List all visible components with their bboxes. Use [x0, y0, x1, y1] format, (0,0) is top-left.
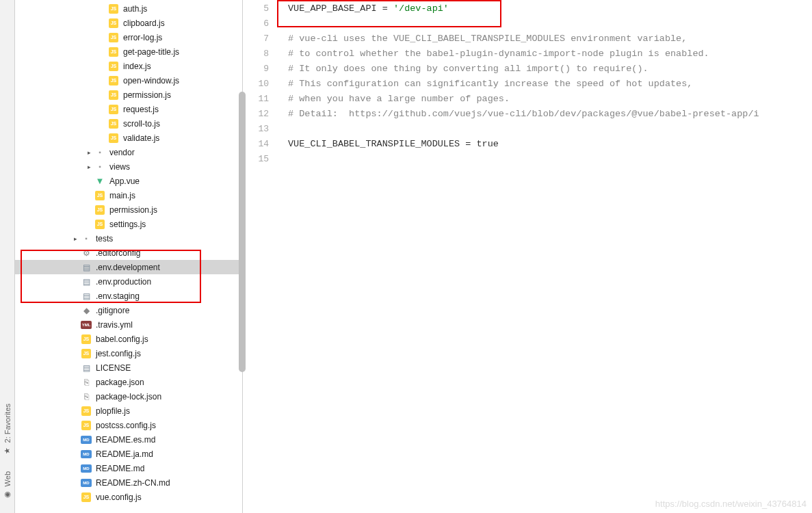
tree-item-label: postcss.config.js	[96, 421, 156, 430]
js-file-icon: JS	[81, 406, 92, 417]
tree-item-label: package.json	[96, 378, 144, 387]
tree-item-label: clipboard.js	[123, 18, 165, 28]
line-number-gutter: 56789101112131415	[243, 0, 278, 513]
js-file-icon: JS	[108, 47, 119, 57]
tree-item[interactable]: ▸JSget-page-title.js	[15, 44, 242, 59]
js-file-icon: JS	[81, 334, 92, 345]
code-line: # This configuration can significantly i…	[288, 77, 812, 92]
js-file-icon: JS	[81, 420, 92, 431]
gitignore-icon: ◆	[81, 305, 92, 316]
expand-arrow-icon[interactable]: ▸	[85, 148, 93, 157]
tree-item-label: validate.js	[123, 133, 159, 143]
tree-item[interactable]: ▸YML.travis.yml	[15, 317, 242, 332]
rail-web-label: Web	[3, 471, 12, 486]
tree-item-label: scroll-to.js	[123, 119, 160, 129]
line-number: 10	[243, 77, 269, 92]
file-tree-sidebar[interactable]: ▸JSauth.js▸JSclipboard.js▸JSerror-log.js…	[15, 0, 243, 513]
rail-favorites[interactable]: ★ 2: Favorites	[3, 404, 12, 454]
js-file-icon: JS	[94, 219, 105, 230]
tree-item[interactable]: ▸JSrequest.js	[15, 102, 242, 116]
tree-item-label: App.vue	[109, 176, 140, 186]
text-file-icon: ▤	[81, 276, 92, 287]
tree-item[interactable]: ▸JSscroll-to.js	[15, 116, 242, 131]
code-area[interactable]: VUE_APP_BASE_API = '/dev-api' # vue-cli …	[278, 0, 812, 513]
code-editor[interactable]: 56789101112131415 VUE_APP_BASE_API = '/d…	[243, 0, 812, 513]
tree-item[interactable]: ▸⚙.editorconfig	[15, 246, 242, 260]
globe-icon: ◉	[3, 489, 12, 498]
tree-item[interactable]: ▸JSmain.js	[15, 188, 242, 202]
tree-item[interactable]: ▸JSsettings.js	[15, 217, 242, 231]
tree-item[interactable]: ▸JSpermission.js	[15, 202, 242, 217]
tree-item[interactable]: ▸JSauth.js	[15, 1, 242, 16]
tree-item-label: .travis.yml	[96, 320, 133, 330]
tree-item[interactable]: ▸▼App.vue	[15, 174, 242, 188]
tree-item-label: error-log.js	[123, 33, 162, 42]
tree-item[interactable]: ▸JSbabel.config.js	[15, 332, 242, 346]
expand-arrow-icon[interactable]: ▸	[85, 163, 93, 171]
js-file-icon: JS	[81, 492, 92, 503]
tree-item-label: auth.js	[123, 4, 147, 14]
tree-item[interactable]: ▸JSindex.js	[15, 59, 242, 73]
tree-item-label: request.js	[123, 105, 159, 114]
tree-item[interactable]: ▸MDREADME.ja.md	[15, 447, 242, 461]
tree-item[interactable]: ▸JSvalidate.js	[15, 131, 242, 145]
expand-arrow-icon[interactable]: ▸	[71, 235, 79, 243]
line-number: 13	[243, 122, 269, 137]
tree-item[interactable]: ▸JSjest.config.js	[15, 346, 242, 360]
tree-item-label: LICENSE	[96, 363, 131, 373]
rail-web[interactable]: ◉ Web	[3, 471, 12, 498]
tree-item[interactable]: ▸▪views	[15, 159, 242, 174]
tree-item-label: README.ja.md	[96, 449, 153, 459]
tree-item[interactable]: ▸JSpostcss.config.js	[15, 418, 242, 432]
tree-item-label: main.js	[109, 191, 135, 200]
tree-item-label: settings.js	[109, 220, 146, 229]
tree-item[interactable]: ▸▤LICENSE	[15, 360, 242, 375]
tree-item-label: index.js	[123, 62, 151, 71]
text-file-icon: ▤	[81, 363, 92, 373]
tree-item[interactable]: ▸▤.env.staging	[15, 289, 242, 303]
folder-icon: ▪	[81, 233, 92, 244]
tree-item-label: .editorconfig	[96, 248, 140, 258]
tree-item-label: views	[109, 162, 130, 172]
tree-item[interactable]: ▸▤.env.production	[15, 274, 242, 289]
tree-item[interactable]: ▸MDREADME.zh-CN.md	[15, 475, 242, 490]
left-tool-rail: ★ 2: Favorites ◉ Web	[0, 0, 15, 513]
line-number: 14	[243, 137, 269, 152]
js-file-icon: JS	[108, 75, 119, 86]
tree-item[interactable]: ▸◆.gitignore	[15, 303, 242, 317]
tree-item[interactable]: ▸▤.env.development	[15, 260, 242, 274]
tree-item[interactable]: ▸⎘package.json	[15, 375, 242, 389]
tree-item-label: README.zh-CN.md	[96, 478, 170, 488]
tree-item[interactable]: ▸⎘package-lock.json	[15, 389, 242, 404]
tree-item[interactable]: ▸JSopen-window.js	[15, 73, 242, 88]
json-file-icon: ⎘	[81, 391, 92, 402]
js-file-icon: JS	[94, 205, 105, 215]
tree-item[interactable]: ▸JSclipboard.js	[15, 16, 242, 30]
tree-item[interactable]: ▸▪vendor	[15, 145, 242, 159]
editor-scrollbar[interactable]	[239, 92, 246, 372]
tree-item[interactable]: ▸JSplopfile.js	[15, 404, 242, 418]
folder-icon: ▪	[94, 147, 105, 158]
line-number: 7	[243, 31, 269, 47]
tree-item[interactable]: ▸▪tests	[15, 231, 242, 246]
tree-item-label: permission.js	[109, 205, 157, 215]
tree-item-label: plopfile.js	[96, 406, 130, 416]
tree-item-label: babel.config.js	[96, 334, 148, 344]
code-line	[288, 152, 812, 167]
tree-item[interactable]: ▸JSvue.config.js	[15, 490, 242, 504]
tree-item[interactable]: ▸JSpermission.js	[15, 88, 242, 102]
js-file-icon: JS	[108, 90, 119, 101]
tree-item-label: .env.development	[96, 263, 160, 272]
watermark: https://blog.csdn.net/weixin_43764814	[655, 499, 807, 509]
tree-item[interactable]: ▸MDREADME.es.md	[15, 432, 242, 447]
tree-item[interactable]: ▸MDREADME.md	[15, 461, 242, 475]
tree-item-label: vendor	[109, 148, 135, 157]
text-file-icon: ▤	[81, 291, 92, 302]
code-line: # to control whether the babel-plugin-dy…	[288, 47, 812, 62]
tree-item[interactable]: ▸JSerror-log.js	[15, 30, 242, 44]
yml-file-icon: YML	[81, 319, 92, 330]
code-line: # when you have a large number of pages.	[288, 92, 812, 107]
js-file-icon: JS	[108, 61, 119, 72]
line-number: 12	[243, 107, 269, 122]
md-file-icon: MD	[81, 463, 92, 474]
